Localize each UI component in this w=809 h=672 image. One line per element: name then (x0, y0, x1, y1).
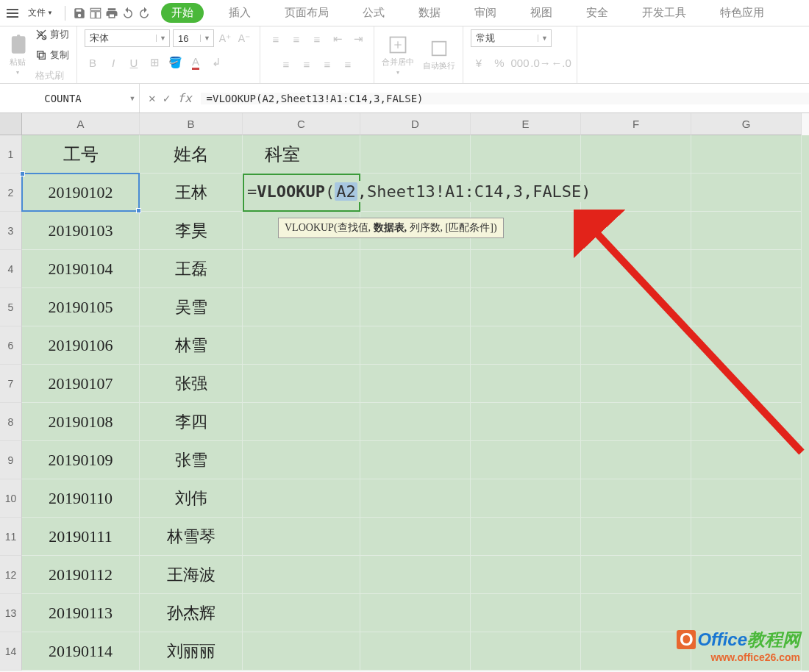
cell[interactable] (471, 250, 581, 288)
tab-review[interactable]: 审阅 (466, 3, 505, 23)
decrease-font-button[interactable]: A⁻ (236, 30, 252, 46)
cell[interactable] (360, 135, 471, 174)
cell[interactable] (243, 479, 360, 518)
cell[interactable] (243, 288, 360, 326)
italic-button[interactable]: I (105, 54, 121, 71)
cell[interactable]: 20190106 (22, 326, 140, 365)
align-center-button[interactable]: ≡ (299, 56, 315, 72)
decimal-inc-button[interactable]: .0→ (532, 54, 549, 71)
cell[interactable] (691, 556, 802, 594)
cell[interactable] (471, 135, 581, 174)
cell[interactable]: 20190113 (22, 594, 140, 632)
decimal-dec-button[interactable]: ←.0 (553, 54, 569, 71)
file-menu[interactable]: 文件 ▼ (24, 5, 57, 21)
col-header[interactable]: G (691, 113, 802, 135)
col-header[interactable]: F (581, 113, 691, 135)
cell[interactable] (360, 556, 471, 594)
col-header[interactable]: E (471, 113, 581, 135)
enter-button[interactable]: ✓ (163, 91, 171, 105)
cell[interactable] (471, 556, 581, 594)
cell[interactable] (581, 441, 691, 479)
cell[interactable]: 20190104 (22, 250, 140, 288)
cell[interactable] (360, 479, 471, 518)
cell[interactable] (471, 594, 581, 632)
row-header[interactable]: 4 (0, 250, 22, 288)
cell[interactable]: 20190109 (22, 441, 140, 479)
cell[interactable] (691, 365, 802, 403)
selection-handle-icon[interactable] (20, 171, 25, 176)
name-box-value[interactable]: COUNTA (0, 89, 126, 108)
cell[interactable]: 李四 (140, 403, 243, 441)
row-header[interactable]: 6 (0, 326, 22, 365)
save-icon[interactable] (73, 7, 86, 20)
cell[interactable] (243, 441, 360, 479)
cell[interactable] (581, 556, 691, 594)
redo-icon[interactable] (138, 7, 151, 20)
cell[interactable] (243, 250, 360, 288)
formula-input[interactable]: =VLOOKUP(A2,Sheet13!A1:C14,3,FALSE) (201, 93, 809, 104)
cell[interactable] (360, 365, 471, 403)
cell[interactable]: 20190103 (22, 212, 140, 250)
cell[interactable] (243, 365, 360, 403)
currency-button[interactable]: ¥ (471, 54, 487, 71)
cell[interactable] (360, 326, 471, 365)
row-header[interactable]: 1 (0, 135, 22, 174)
chevron-down-icon[interactable]: ▼ (126, 95, 139, 102)
cell[interactable] (691, 403, 802, 441)
cell[interactable] (691, 288, 802, 326)
tab-start[interactable]: 开始 (161, 3, 204, 23)
align-mid-button[interactable]: ≡ (288, 31, 304, 47)
row-header[interactable]: 14 (0, 632, 22, 671)
cell[interactable]: 林雪琴 (140, 518, 243, 556)
cell[interactable] (243, 556, 360, 594)
row-header[interactable]: 2 (0, 174, 22, 212)
tab-formula[interactable]: 公式 (354, 3, 393, 23)
cell[interactable] (691, 174, 802, 212)
increase-font-button[interactable]: A⁺ (217, 30, 233, 46)
fx-button[interactable]: fx (177, 91, 191, 105)
cell[interactable]: 20190111 (22, 518, 140, 556)
preview-icon[interactable] (89, 7, 102, 20)
tab-security[interactable]: 安全 (577, 3, 617, 23)
cell[interactable]: 刘丽丽 (140, 632, 243, 671)
cut-button[interactable]: 剪切 (35, 26, 69, 43)
wrap-button[interactable]: ↲ (208, 54, 224, 71)
col-header[interactable]: B (140, 113, 243, 135)
cell[interactable] (581, 326, 691, 365)
cell[interactable] (471, 365, 581, 403)
cell[interactable] (360, 288, 471, 326)
cell[interactable]: 工号 (22, 135, 140, 174)
paste-button[interactable]: 粘贴▾ (7, 35, 28, 76)
align-justify-button[interactable]: ≡ (340, 56, 356, 72)
cell[interactable] (471, 403, 581, 441)
tab-dev[interactable]: 开发工具 (633, 3, 695, 23)
selection-handle-icon[interactable] (136, 208, 141, 213)
cell[interactable] (243, 518, 360, 556)
merge-button[interactable]: 合并居中▾ (382, 35, 414, 76)
cell[interactable] (581, 212, 691, 250)
tab-data[interactable]: 数据 (410, 3, 449, 23)
cell[interactable] (581, 288, 691, 326)
cell[interactable] (691, 250, 802, 288)
cell[interactable] (360, 250, 471, 288)
format-painter-button[interactable]: 格式刷 (35, 68, 69, 84)
cell[interactable] (691, 479, 802, 518)
border-button[interactable]: ⊞ (146, 54, 163, 71)
cell[interactable]: 20190112 (22, 556, 140, 594)
cell[interactable]: 刘伟 (140, 479, 243, 518)
cell[interactable]: 20190110 (22, 479, 140, 518)
cell[interactable]: 20190108 (22, 403, 140, 441)
row-header[interactable]: 10 (0, 479, 22, 518)
row-header[interactable]: 12 (0, 556, 22, 594)
cell[interactable] (581, 174, 691, 212)
indent-dec-button[interactable]: ⇤ (329, 31, 346, 47)
cell[interactable] (243, 326, 360, 365)
cell[interactable] (581, 250, 691, 288)
select-all-corner[interactable] (0, 113, 22, 135)
row-header[interactable]: 8 (0, 403, 22, 441)
cell[interactable] (581, 403, 691, 441)
hamburger-icon[interactable] (4, 5, 21, 21)
row-header[interactable]: 3 (0, 212, 22, 250)
percent-button[interactable]: % (491, 54, 507, 71)
formula-inline[interactable]: =VLOOKUP(A2,Sheet13!A1:C14,3,FALSE) (244, 181, 594, 202)
